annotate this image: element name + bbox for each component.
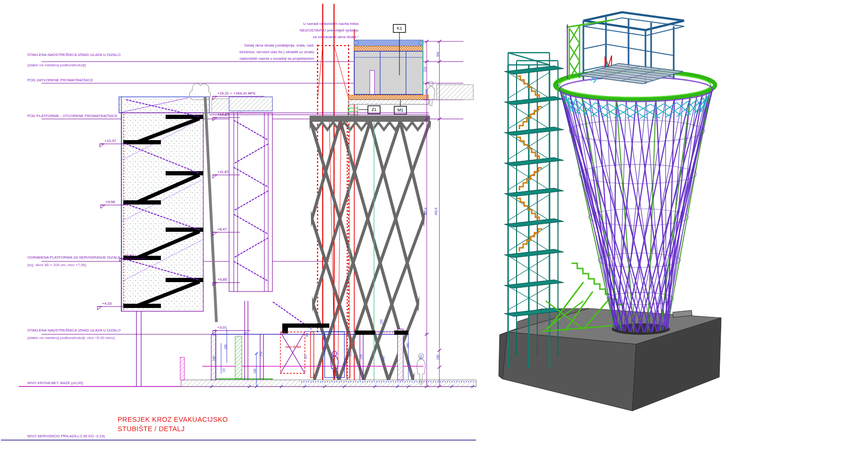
dim-label: 487,6 [424,205,427,218]
dim-label: 130 [253,365,256,378]
note-upper: U razradi radioničkih nacrta treba NEIZO… [245,21,358,40]
dim-label: 252 [259,348,263,360]
level-marker: +6,97 [124,253,134,258]
level-marker: +9,98 [105,200,115,204]
dim-label: 251 [419,351,422,363]
section-label: NIVO KROVA BET. BAZE (±0,00) [27,381,83,386]
level-marker: +3,01 [217,325,227,330]
dim-label: 20 [304,351,307,363]
level-marker: +5,85 [217,277,227,282]
pit-label: okno dizala [281,345,305,349]
dim-label: 150 [380,316,383,328]
dim-label: 490 [406,339,409,352]
section-label: STAKLENA NADSTREŠNICA IZNAD ULAZA U DIZA… [27,53,120,57]
tag-m1: M1 [394,108,406,113]
observation-cabin [349,40,473,104]
dim-label: 240 [359,351,363,363]
model-base-concrete [499,308,721,411]
model-diagrid-cone [559,88,713,332]
tag-k1: K1 [393,26,406,31]
level-marker: +11,87 [217,170,229,174]
dim-label: 290 [436,351,439,363]
dim-label: 15 [222,364,225,377]
level-marker: +13,37 [104,139,116,143]
section-label: STAKLENA NADSTREŠNICA IZNAD ULAZA U DIZA… [27,328,120,333]
dim-label: 482,6 [434,205,438,218]
dim-label: 551 [349,348,352,360]
dim-label: 114 [424,86,428,98]
section-label-sub: (staklo na metalnoj podkonstrukciji, niv… [27,336,115,340]
blueprint-canvas: STAKLENA NADSTREŠNICA IZNAD ULAZA U DIZA… [0,0,868,465]
page-title: PRESJEK KROZ EVAKUACIJSKO STUBIŠTE / DET… [118,415,228,433]
tag-z1: Z1 [368,107,380,112]
section-label-sub: (svj. otvor 85 × 205 cm, nivo +7,06) [27,263,86,268]
level-marker: +15,31 = +164,31 APS [217,91,255,95]
note-lower: Detalj okna dizala (ustakljenja, vrata, … [188,42,314,62]
level-marker: +8,47 [217,227,227,231]
section-label: NIVO SERVISNOG PRILAZA (-2.95 DO -3.19) [27,434,105,439]
dim-label: 280 [224,341,227,353]
section-label: OGRAĐENA PLATFORMA ZA SERVISIRANJE DIZAL… [27,255,120,260]
section-and-model-linework [0,0,868,465]
dim-label: 90 [305,329,309,341]
model-deck [578,63,683,84]
mid-shaft-section [229,97,311,329]
section-label: POD ZATVORENE PROMATRAČNICE [27,78,93,83]
level-marker: +14,87 [217,112,229,117]
stair-tower-section [119,97,209,386]
section-label-sub: (staklo na metalnoj podkonstrukciji) [27,63,86,68]
model-tower-cap [508,53,558,65]
dim-label: 7 [425,328,428,340]
dim-label: 195 [212,353,215,365]
dim-label: 304 [436,48,439,61]
section-label: POD PLATFORME - OTVORENE PROMATRAČNICE [27,114,118,118]
dim-label: 161 [382,353,385,365]
dim-label: 75 [244,328,247,340]
dim-label: 219 [423,63,427,76]
level-marker: +4,33 [102,301,111,306]
